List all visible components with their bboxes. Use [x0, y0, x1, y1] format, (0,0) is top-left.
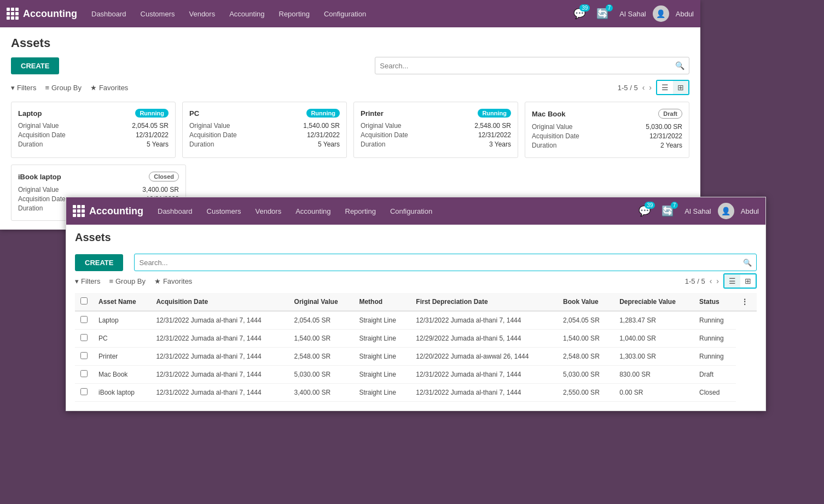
create-button-bottom[interactable]: CREATE: [75, 254, 123, 271]
cell-name-3[interactable]: Mac Book: [93, 366, 150, 384]
asset-card-2[interactable]: Printer Running Original Value 2,548.00 …: [353, 102, 518, 158]
app-brand[interactable]: Accounting: [7, 8, 77, 20]
cell-first-dep-2: 12/20/2022 Jumada al-awwal 26, 1444: [410, 348, 558, 366]
search-input-bottom[interactable]: [139, 259, 743, 267]
list-view-btn-top[interactable]: ☰: [657, 81, 673, 94]
table-body: Laptop 12/31/2022 Jumada al-thani 7, 144…: [75, 311, 757, 402]
next-page-top[interactable]: ›: [649, 83, 652, 92]
list-view-btn-bottom[interactable]: ☰: [724, 274, 740, 288]
list-view-panel: Accounting Dashboard Customers Vendors A…: [66, 197, 766, 411]
card-row-dur-2: Duration 3 Years: [361, 140, 511, 148]
card-row-acq-0: Acquisition Date 12/31/2022: [18, 131, 169, 139]
grid-view-btn-top[interactable]: ⊞: [673, 81, 688, 94]
nav-accounting[interactable]: Accounting: [224, 7, 270, 21]
groupby-label-bottom: Group By: [115, 277, 146, 285]
select-all-checkbox[interactable]: [80, 297, 88, 304]
refresh-count: 7: [606, 4, 613, 11]
filters-btn-bottom[interactable]: ▾ Filters: [75, 277, 100, 285]
select-all-header[interactable]: [75, 293, 93, 311]
card-title-3: Mac Book: [532, 110, 565, 118]
cell-name-0[interactable]: Laptop: [93, 311, 150, 330]
refresh-badge-bottom[interactable]: 🔄 7: [661, 205, 674, 217]
card-row-acq-2: Acquisition Date 12/31/2022: [361, 131, 511, 139]
grid-view-btn-bottom[interactable]: ⊞: [740, 274, 756, 288]
asset-card-3[interactable]: Mac Book Draft Original Value 5,030.00 S…: [525, 102, 689, 158]
orig-val-0: 2,054.05 SR: [132, 122, 169, 130]
cell-acq-date-0: 12/31/2022 Jumada al-thani 7, 1444: [150, 311, 288, 330]
list-view-title: Assets: [66, 225, 765, 247]
cell-status-1: Running: [694, 330, 736, 348]
nav-configuration[interactable]: Configuration: [318, 7, 372, 21]
favorites-btn-top[interactable]: ★ Favorites: [90, 84, 128, 92]
nav-vendors[interactable]: Vendors: [183, 7, 220, 21]
view-toggle-bottom: ☰ ⊞: [723, 273, 757, 289]
search-bar-bottom[interactable]: 🔍: [134, 254, 757, 271]
app-brand-bottom[interactable]: Accounting: [73, 205, 143, 217]
cell-name-2[interactable]: Printer: [93, 348, 150, 366]
star-icon-bottom: ★: [154, 277, 161, 285]
prev-page-top[interactable]: ‹: [642, 83, 645, 92]
groupby-btn-top[interactable]: ≡ Group By: [45, 84, 82, 92]
nav-configuration-bottom[interactable]: Configuration: [385, 204, 438, 219]
table-row: iBook laptop 12/31/2022 Jumada al-thani …: [75, 384, 757, 402]
row-checkbox-2[interactable]: [75, 348, 93, 366]
cell-method-3: Straight Line: [353, 366, 410, 384]
cell-status-2: Running: [694, 348, 736, 366]
nav-customers[interactable]: Customers: [135, 7, 181, 21]
favorites-label-top: Favorites: [99, 84, 128, 92]
filters-btn-top[interactable]: ▾ Filters: [11, 84, 36, 92]
table-row: Mac Book 12/31/2022 Jumada al-thani 7, 1…: [75, 366, 757, 384]
apps-icon-bottom[interactable]: [73, 205, 85, 217]
navbar-top: Accounting Dashboard Customers Vendors A…: [0, 0, 700, 27]
nav-vendors-bottom[interactable]: Vendors: [249, 204, 287, 219]
messages-badge[interactable]: 💬 39: [573, 8, 585, 20]
pagination-top: 1-5 / 5 ‹ › ☰ ⊞: [618, 80, 689, 95]
cell-book-val-4: 2,550.00 SR: [558, 384, 614, 402]
orig-label-1: Original Value: [189, 122, 230, 130]
cell-name-1[interactable]: PC: [93, 330, 150, 348]
dur-label-1: Duration: [189, 140, 214, 148]
cell-first-dep-4: 12/31/2022 Jumada al-thani 7, 1444: [410, 384, 558, 402]
row-checkbox-1[interactable]: [75, 330, 93, 348]
nav-dashboard[interactable]: Dashboard: [86, 7, 132, 21]
cell-name-4[interactable]: iBook laptop: [93, 384, 150, 402]
avatar[interactable]: 👤: [653, 5, 669, 22]
nav-right-area: 💬 39 🔄 7 Al Sahal 👤 Abdul: [573, 5, 694, 22]
avatar-bottom[interactable]: 👤: [718, 203, 734, 219]
filter-arrow-icon-bottom: ▾: [75, 277, 79, 285]
nav-customers-bottom[interactable]: Customers: [201, 204, 247, 219]
cell-first-dep-0: 12/31/2022 Jumada al-thani 7, 1444: [410, 311, 558, 330]
table-header: Asset Name Acquisition Date Original Val…: [75, 293, 757, 311]
create-button-top[interactable]: CREATE: [11, 57, 59, 74]
card-row-orig-3: Original Value 5,030.00 SR: [532, 123, 682, 131]
card-row-orig-1: Original Value 1,540.00 SR: [189, 122, 340, 130]
next-page-bottom[interactable]: ›: [716, 277, 719, 285]
nav-reporting[interactable]: Reporting: [274, 7, 315, 21]
asset-card-1[interactable]: PC Running Original Value 1,540.00 SR Ac…: [182, 102, 347, 158]
prev-page-bottom[interactable]: ‹: [710, 277, 712, 285]
acq-label-3: Acquisition Date: [532, 132, 579, 140]
orig-val-3: 5,030.00 SR: [646, 123, 682, 131]
refresh-badge[interactable]: 🔄 7: [596, 8, 608, 20]
favorites-btn-bottom[interactable]: ★ Favorites: [154, 277, 192, 285]
apps-icon[interactable]: [7, 8, 19, 20]
search-input-top[interactable]: [380, 62, 675, 70]
card-row-acq-1: Acquisition Date 12/31/2022: [189, 131, 340, 139]
nav-reporting-bottom[interactable]: Reporting: [340, 204, 381, 219]
row-checkbox-4[interactable]: [75, 384, 93, 402]
row-checkbox-3[interactable]: [75, 366, 93, 384]
card-header-2: Printer Running: [361, 109, 511, 118]
groupby-btn-bottom[interactable]: ≡ Group By: [109, 277, 146, 285]
cell-acq-date-3: 12/31/2022 Jumada al-thani 7, 1444: [150, 366, 288, 384]
nav-dashboard-bottom[interactable]: Dashboard: [152, 204, 198, 219]
search-bar-top[interactable]: 🔍: [375, 57, 689, 74]
orig-label-3: Original Value: [532, 123, 572, 131]
row-checkbox-0[interactable]: [75, 311, 93, 330]
nav-accounting-bottom[interactable]: Accounting: [290, 204, 336, 219]
cell-book-val-3: 5,030.00 SR: [558, 366, 614, 384]
search-icon-top: 🔍: [675, 61, 684, 70]
filter-arrow-icon: ▾: [11, 84, 15, 92]
messages-badge-bottom[interactable]: 💬 39: [639, 205, 651, 217]
asset-card-0[interactable]: Laptop Running Original Value 2,054.05 S…: [11, 102, 176, 158]
acq-val-1: 12/31/2022: [307, 131, 340, 139]
